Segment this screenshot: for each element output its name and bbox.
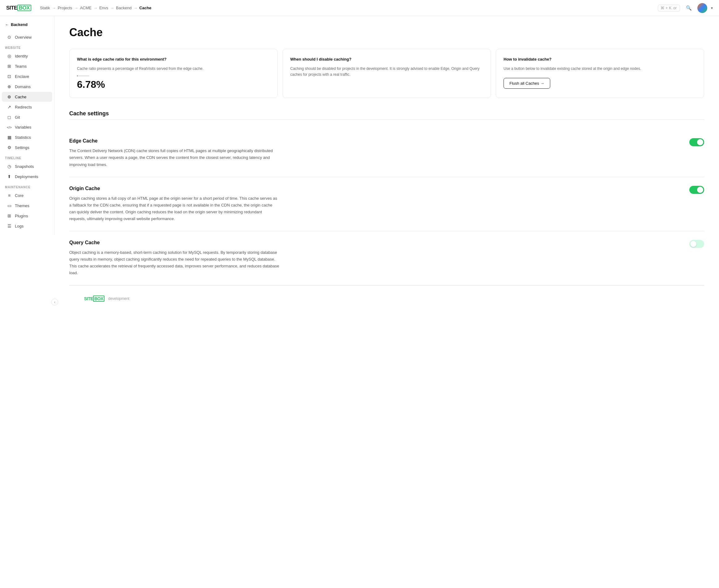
cache-icon: ⊚	[7, 94, 12, 99]
sep3: →	[93, 5, 98, 10]
sidebar-label-plugins: Plugins	[15, 214, 28, 218]
sidebar-collapse-button[interactable]: ‹	[51, 299, 58, 306]
sidebar-item-identity[interactable]: ◎ Identity	[2, 51, 52, 61]
info-card-edge-ratio-body: Cache ratio presents a percentage of Rea…	[77, 66, 270, 72]
sidebar-item-cache[interactable]: ⊚ Cache	[2, 92, 52, 102]
info-card-invalidate: How to invalidate cache? Use a button be…	[496, 49, 704, 98]
breadcrumb-envs[interactable]: Envs	[99, 5, 108, 10]
sidebar-label-git: Git	[15, 115, 20, 120]
cache-setting-origin-info: Origin Cache Origin caching stores a ful…	[69, 186, 677, 222]
page-title: Cache	[69, 26, 704, 39]
breadcrumb-acme[interactable]: ACME	[80, 5, 92, 10]
user-menu-button[interactable]: ▾	[711, 6, 713, 10]
variables-icon: </>	[7, 126, 12, 129]
sep5: →	[133, 5, 138, 10]
app-body: ← Backend ⊙ Overview WEBSITE ◎ Identity …	[0, 16, 719, 588]
flush-all-caches-button[interactable]: Flush all Caches →	[504, 78, 550, 89]
sidebar-label-variables: Variables	[15, 125, 31, 129]
sep4: →	[110, 5, 114, 10]
info-card-disable-title: When should I disable caching?	[290, 57, 483, 62]
sidebar-item-themes[interactable]: ▭ Themes	[2, 201, 52, 211]
sidebar-item-enclave[interactable]: ⊡ Enclave	[2, 71, 52, 81]
domains-icon: ⊕	[7, 84, 12, 89]
sidebar-item-statistics[interactable]: ▦ Statistics	[2, 132, 52, 142]
sep1: →	[52, 5, 56, 10]
main-content: Cache What is edge cache ratio for this …	[55, 16, 719, 588]
cache-setting-origin: Origin Cache Origin caching stores a ful…	[69, 177, 704, 231]
settings-icon: ⚙	[7, 145, 12, 150]
breadcrumb-statik[interactable]: Statik	[40, 5, 50, 10]
sidebar-item-settings[interactable]: ⚙ Settings	[2, 143, 52, 152]
themes-icon: ▭	[7, 203, 12, 208]
statistics-icon: ▦	[7, 135, 12, 140]
sidebar-item-domains[interactable]: ⊕ Domains	[2, 82, 52, 91]
sidebar-back-button[interactable]: ← Backend	[0, 20, 54, 32]
footer-environment: development	[108, 296, 129, 301]
cache-setting-query-title: Query Cache	[69, 240, 677, 246]
edge-cache-toggle[interactable]	[689, 138, 704, 146]
cache-setting-query: Query Cache Object caching is a memory-b…	[69, 231, 704, 285]
sidebar-item-logs[interactable]: ☰ Logs	[2, 221, 52, 231]
sidebar-label-redirects: Redirects	[15, 105, 32, 109]
cache-settings-heading: Cache settings	[69, 110, 704, 117]
cache-setting-edge-desc: The Content Delivery Network (CDN) cache…	[69, 147, 279, 168]
sidebar-label-overview: Overview	[15, 35, 31, 40]
info-cards: What is edge cache ratio for this enviro…	[69, 49, 704, 98]
sidebar-section-website: WEBSITE	[0, 42, 54, 51]
sidebar-item-git[interactable]: ◻ Git	[2, 112, 52, 122]
cache-ratio-bar-fill	[77, 76, 78, 76]
sidebar-label-logs: Logs	[15, 224, 23, 229]
identity-icon: ◎	[7, 54, 12, 59]
sidebar-label-statistics: Statistics	[15, 135, 31, 140]
enclave-icon: ⊡	[7, 74, 12, 79]
user-avatar[interactable]	[697, 3, 707, 13]
breadcrumb-backend[interactable]: Backend	[116, 5, 132, 10]
search-button[interactable]: 🔍	[684, 3, 694, 13]
topnav-right: ⌘ + K or 🔍 ▾	[658, 3, 713, 13]
query-cache-toggle-thumb	[690, 241, 696, 247]
sidebar-wrapper: ← Backend ⊙ Overview WEBSITE ◎ Identity …	[0, 16, 55, 588]
kbd-cmd: ⌘	[660, 6, 664, 10]
info-card-invalidate-body: Use a button below to invalidate existin…	[504, 66, 696, 72]
sidebar-label-teams: Teams	[15, 64, 26, 69]
keyboard-shortcut-hint: ⌘ + K or	[658, 5, 680, 12]
kbd-k: K	[669, 6, 671, 10]
breadcrumb: Statik → Projects → ACME → Envs → Backen…	[40, 5, 151, 10]
sidebar-label-settings: Settings	[15, 145, 29, 150]
breadcrumb-current: Cache	[140, 5, 151, 10]
back-arrow-icon: ←	[5, 22, 9, 27]
sidebar-label-deployments: Deployments	[15, 174, 38, 179]
origin-cache-toggle[interactable]	[689, 186, 704, 194]
sidebar-label-domains: Domains	[15, 84, 30, 89]
query-cache-toggle[interactable]	[689, 240, 704, 248]
deployments-icon: ⬆	[7, 174, 12, 179]
sidebar-item-redirects[interactable]: ↗ Redirects	[2, 102, 52, 112]
origin-cache-toggle-thumb	[697, 187, 703, 193]
site-logo[interactable]: SITEBOX	[6, 5, 31, 11]
sidebar-item-core[interactable]: ≡ Core	[2, 190, 52, 200]
snapshots-icon: ◷	[7, 164, 12, 169]
cache-setting-edge: Edge Cache The Content Delivery Network …	[69, 129, 704, 177]
sidebar-item-variables[interactable]: </> Variables	[2, 122, 52, 132]
sidebar-label-core: Core	[15, 193, 23, 198]
redirects-icon: ↗	[7, 105, 12, 109]
info-card-disable-caching: When should I disable caching? Caching s…	[282, 49, 491, 98]
info-card-edge-ratio: What is edge cache ratio for this enviro…	[69, 49, 278, 98]
sidebar-item-teams[interactable]: ⊞ Teams	[2, 61, 52, 71]
sidebar: ← Backend ⊙ Overview WEBSITE ◎ Identity …	[0, 16, 55, 235]
sidebar-item-deployments[interactable]: ⬆ Deployments	[2, 172, 52, 182]
top-navigation: SITEBOX Statik → Projects → ACME → Envs …	[0, 0, 719, 16]
sidebar-item-snapshots[interactable]: ◷ Snapshots	[2, 161, 52, 171]
sidebar-back-label: Backend	[11, 22, 27, 27]
cache-setting-edge-info: Edge Cache The Content Delivery Network …	[69, 138, 677, 168]
sidebar-label-themes: Themes	[15, 204, 29, 208]
sidebar-section-timeline: TIMELINE	[0, 153, 54, 161]
breadcrumb-projects[interactable]: Projects	[58, 5, 72, 10]
plugins-icon: ⊞	[7, 213, 12, 218]
cache-setting-edge-title: Edge Cache	[69, 138, 677, 144]
sidebar-item-overview[interactable]: ⊙ Overview	[2, 32, 52, 42]
sidebar-label-enclave: Enclave	[15, 74, 29, 79]
sidebar-section-maintenance: MAINTENANCE	[0, 182, 54, 190]
overview-icon: ⊙	[7, 35, 12, 40]
sidebar-item-plugins[interactable]: ⊞ Plugins	[2, 211, 52, 221]
